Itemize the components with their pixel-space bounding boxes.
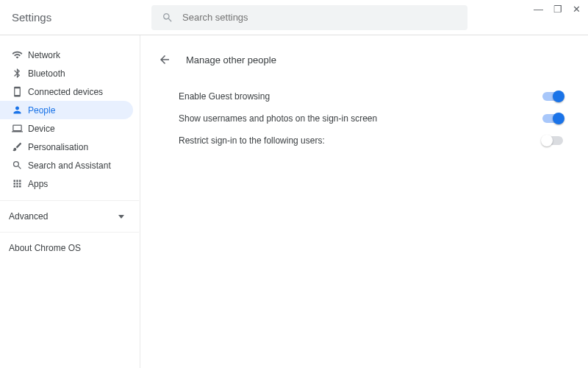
sidebar-item-network[interactable]: Network — [0, 46, 133, 64]
sidebar-item-bluetooth[interactable]: Bluetooth — [0, 64, 133, 82]
toggle-guest[interactable] — [542, 92, 563, 101]
sidebar-item-label: Bluetooth — [28, 68, 65, 79]
settings-list: Enable Guest browsingShow usernames and … — [158, 85, 563, 152]
minimize-icon[interactable]: — — [534, 4, 543, 14]
sidebar-item-label: Apps — [28, 179, 48, 189]
bluetooth-icon — [12, 68, 28, 79]
sidebar-item-label: Search and Assistant — [28, 160, 111, 171]
subheader: Manage other people — [158, 47, 563, 72]
back-button[interactable] — [158, 53, 171, 66]
setting-row-restrict: Restrict sign-in to the following users: — [179, 130, 563, 152]
sidebar-item-label: Network — [28, 50, 60, 60]
apps-icon — [12, 178, 28, 189]
search-box[interactable] — [151, 5, 467, 30]
advanced-toggle[interactable]: Advanced — [0, 200, 139, 232]
toggle-restrict[interactable] — [542, 136, 563, 145]
toggle-knob — [553, 113, 564, 124]
laptop-icon — [12, 123, 28, 134]
brush-icon — [12, 141, 28, 152]
sidebar-item-connected-devices[interactable]: Connected devices — [0, 82, 133, 101]
search-icon — [162, 12, 173, 24]
close-icon[interactable]: ✕ — [573, 4, 581, 14]
device-icon — [12, 86, 28, 97]
arrow-back-icon — [158, 53, 171, 66]
toggle-knob — [553, 91, 564, 102]
setting-label: Enable Guest browsing — [179, 91, 270, 102]
sidebar-item-people[interactable]: People — [0, 101, 133, 119]
app-title: Settings — [12, 11, 151, 24]
sidebar-item-search-assistant[interactable]: Search and Assistant — [0, 156, 133, 174]
person-icon — [12, 105, 28, 116]
sidebar-item-apps[interactable]: Apps — [0, 174, 133, 193]
setting-label: Show usernames and photos on the sign-in… — [179, 113, 377, 124]
sidebar-item-label: People — [28, 105, 55, 116]
chevron-down-icon — [118, 215, 124, 219]
content: Manage other people Enable Guest browsin… — [140, 35, 588, 368]
toggle-knob — [541, 135, 553, 146]
sidebar-item-label: Connected devices — [28, 87, 103, 97]
sidebar-item-label: Personalisation — [28, 142, 88, 152]
sidebar-item-personalisation[interactable]: Personalisation — [0, 138, 133, 156]
search-icon — [12, 160, 28, 171]
wifi-icon — [12, 49, 28, 60]
maximize-icon[interactable]: ❐ — [553, 4, 562, 14]
about-chrome-os[interactable]: About Chrome OS — [0, 232, 139, 263]
sidebar-item-label: Device — [28, 124, 55, 134]
page-subtitle: Manage other people — [186, 54, 276, 66]
setting-row-usernames: Show usernames and photos on the sign-in… — [179, 107, 563, 130]
search-input[interactable] — [182, 12, 457, 23]
header: Settings — [0, 0, 588, 35]
setting-row-guest: Enable Guest browsing — [179, 85, 563, 107]
advanced-label: Advanced — [9, 211, 48, 222]
setting-label: Restrict sign-in to the following users: — [179, 135, 325, 146]
sidebar: NetworkBluetoothConnected devicesPeopleD… — [0, 35, 140, 368]
sidebar-item-device[interactable]: Device — [0, 119, 133, 138]
toggle-usernames[interactable] — [542, 114, 563, 123]
window-controls: — ❐ ✕ — [534, 4, 581, 14]
